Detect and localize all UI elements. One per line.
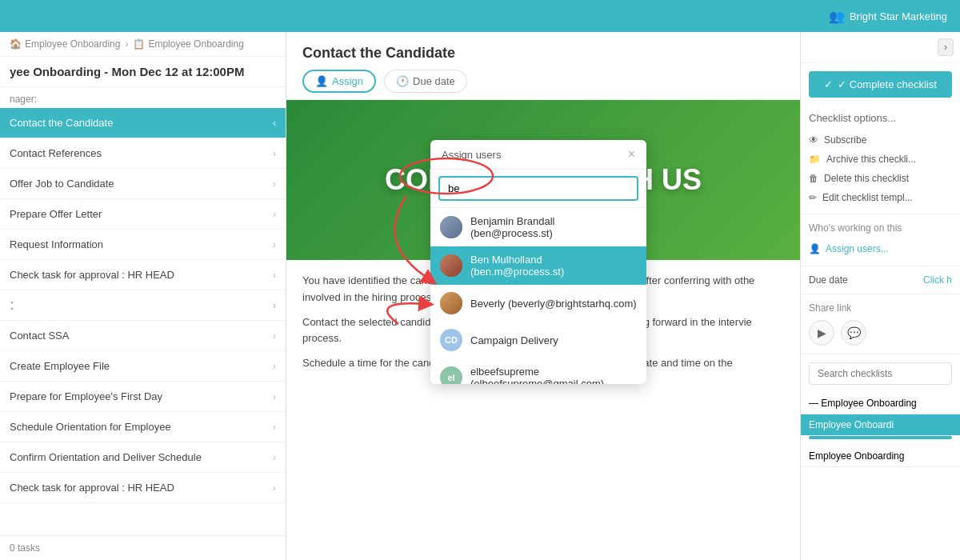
chevron-icon: ‹ xyxy=(273,118,276,129)
person-icon-small: 👤 xyxy=(809,243,821,254)
assign-button[interactable]: 👤 Assign xyxy=(302,70,376,93)
chat-share-button[interactable]: 💬 xyxy=(841,320,866,346)
checklist-item-check-approval-2[interactable]: Check task for approval : HR HEAD › xyxy=(0,473,286,503)
due-date-section: Due date Click h xyxy=(801,266,960,294)
sidebar-title: yee Onboarding - Mon Dec 12 at 12:00PM xyxy=(0,57,286,87)
option-subscribe[interactable]: 👁 Subscribe xyxy=(809,130,952,150)
pencil-icon: ✏ xyxy=(809,192,817,203)
user-name-benjamin: Benjamin Brandall (ben@process.st) xyxy=(470,215,637,239)
top-navigation: 👥 Bright Star Marketing xyxy=(0,0,960,32)
checklist-nav-label-1: — xyxy=(809,398,821,409)
chevron-icon: › xyxy=(273,361,276,372)
chevron-icon: › xyxy=(273,270,276,281)
click-here-link[interactable]: Click h xyxy=(923,274,952,286)
complete-label: ✓ Complete checklist xyxy=(838,78,937,90)
working-section-title: Who's working on this xyxy=(809,222,952,234)
checklist-item-check-approval-1[interactable]: Check task for approval : HR HEAD › xyxy=(0,260,286,290)
checklist-nav-item-3[interactable]: Employee Onboarding xyxy=(801,446,960,467)
assign-users-panel-button[interactable]: 👤 Assign users... xyxy=(809,240,952,258)
assign-user-ben-mulholland[interactable]: Ben Mulholland (ben.m@process.st) xyxy=(430,246,646,285)
trash-icon: 🗑 xyxy=(809,173,818,184)
checklist-item-separator: : › xyxy=(0,290,286,321)
share-link-section: Share link ▶ 💬 xyxy=(801,294,960,354)
breadcrumb-item-2: 📋 Employee Onboarding xyxy=(133,38,243,50)
checklist-item-offer-job[interactable]: Offer Job to Candidate › xyxy=(0,169,286,199)
share-icons-row: ▶ 💬 xyxy=(809,320,952,346)
assign-user-elbeefsupreme[interactable]: el elbeefsupreme (elbeefsupreme@gmail.co… xyxy=(430,358,646,384)
chevron-icon: › xyxy=(273,330,276,342)
user-avatar-beverly xyxy=(440,292,462,314)
breadcrumb: 🏠 Employee Onboarding › 📋 Employee Onboa… xyxy=(0,32,286,57)
checklist-item-first-day[interactable]: Prepare for Employee's First Day › xyxy=(0,382,286,412)
assign-user-campaign-delivery[interactable]: CD Campaign Delivery xyxy=(430,322,646,358)
option-archive[interactable]: 📁 Archive this checkli... xyxy=(809,150,952,169)
assign-user-beverly[interactable]: Beverly (beverly@brightstarhq.com) xyxy=(430,285,646,322)
home-icon: 🏠 xyxy=(10,38,22,50)
clock-icon: 🕐 xyxy=(396,75,409,87)
chevron-icon: › xyxy=(273,148,276,159)
search-checklists-input[interactable] xyxy=(809,362,952,385)
option-delete[interactable]: 🗑 Delete this checklist xyxy=(809,169,952,188)
brand-label: 👥 Bright Star Marketing xyxy=(829,9,947,24)
option-edit-template[interactable]: ✏ Edit checklist templ... xyxy=(809,188,952,207)
checklist-nav-item-2[interactable]: Employee Onboardi xyxy=(801,414,960,436)
checklist-item-request-info[interactable]: Request Information › xyxy=(0,230,286,260)
working-section: Who's working on this 👤 Assign users... xyxy=(801,214,960,266)
right-panel: › ✓ ✓ Complete checklist Checklist optio… xyxy=(800,32,960,560)
checklist-item-schedule-orientation[interactable]: Schedule Orientation for Employee › xyxy=(0,412,286,442)
assign-popup-close-button[interactable]: × xyxy=(628,148,635,161)
due-date-row: Due date Click h xyxy=(809,274,952,286)
user-name-elbeefsupreme: elbeefsupreme (elbeefsupreme@gmail.com) xyxy=(470,366,637,384)
breadcrumb-text-1: Employee Onboarding xyxy=(25,38,120,50)
assign-label: Assign xyxy=(332,75,363,87)
checklist-options-title: Checklist options... xyxy=(809,112,952,124)
chevron-icon: › xyxy=(273,300,276,311)
checklist-nav-text-1: Employee Onboarding xyxy=(821,398,916,409)
option-subscribe-label: Subscribe xyxy=(824,134,866,146)
check-icon: ✓ xyxy=(824,78,833,90)
chevron-icon: › xyxy=(273,482,276,494)
checklist-item-contact-candidate[interactable]: Contact the Candidate ‹ xyxy=(0,108,286,138)
due-date-panel-label: Due date xyxy=(809,274,848,286)
sidebar: 🏠 Employee Onboarding › 📋 Employee Onboa… xyxy=(0,32,286,560)
complete-checklist-button[interactable]: ✓ ✓ Complete checklist xyxy=(809,71,952,98)
panel-toggle-button[interactable]: › xyxy=(938,38,954,56)
checklist-item-contact-references[interactable]: Contact References › xyxy=(0,138,286,169)
checklist-item-employee-file[interactable]: Create Employee File › xyxy=(0,351,286,382)
eye-icon: 👁 xyxy=(809,134,818,146)
user-avatar-elbeefsupreme: el xyxy=(440,366,462,384)
option-archive-label: Archive this checkli... xyxy=(826,154,916,165)
share-link-title: Share link xyxy=(809,302,952,314)
checklist-nav-text-3: Employee Onboarding xyxy=(809,450,904,462)
play-share-button[interactable]: ▶ xyxy=(809,320,834,346)
assign-search-area xyxy=(430,170,646,208)
chevron-icon: › xyxy=(273,391,276,402)
users-icon: 👥 xyxy=(829,9,845,24)
breadcrumb-text-2: Employee Onboarding xyxy=(148,38,243,50)
task-title: Contact the Candidate xyxy=(302,45,784,62)
task-actions: 👤 Assign 🕐 Due date xyxy=(302,70,784,93)
breadcrumb-item-1: 🏠 Employee Onboarding xyxy=(10,38,120,50)
assign-search-input[interactable] xyxy=(438,176,638,201)
assign-user-list: Benjamin Brandall (ben@process.st) Ben M… xyxy=(430,208,646,384)
assign-user-benjamin[interactable]: Benjamin Brandall (ben@process.st) xyxy=(430,208,646,246)
user-name-beverly: Beverly (beverly@brightstarhq.com) xyxy=(470,298,637,310)
user-avatar-benjamin xyxy=(440,216,462,238)
task-body: COME GROW WITH US You have identified th… xyxy=(286,100,800,560)
chevron-icon: › xyxy=(273,178,276,190)
chevron-icon: › xyxy=(273,422,276,433)
checklist-item-confirm-orientation[interactable]: Confirm Orientation and Deliver Schedule… xyxy=(0,442,286,473)
checklist-progress-bar xyxy=(809,436,952,439)
checklist-icon: 📋 xyxy=(133,38,145,50)
option-edit-label: Edit checklist templ... xyxy=(822,192,913,203)
assign-users-popup: Assign users × Benjamin Brandall (ben@pr… xyxy=(430,140,646,384)
checklist-item-offer-letter[interactable]: Prepare Offer Letter › xyxy=(0,199,286,230)
user-name-campaign-delivery: Campaign Delivery xyxy=(470,334,558,346)
assign-popup-title: Assign users xyxy=(442,149,501,161)
user-name-ben-mulholland: Ben Mulholland (ben.m@process.st) xyxy=(470,254,637,278)
checklist-item-contact-ssa[interactable]: Contact SSA › xyxy=(0,321,286,351)
checklist-nav-item-1[interactable]: — Employee Onboarding xyxy=(801,393,960,414)
checklist-options-section: Checklist options... 👁 Subscribe 📁 Archi… xyxy=(801,106,960,214)
panel-toggle-area: › xyxy=(801,32,960,63)
due-date-button[interactable]: 🕐 Due date xyxy=(384,70,467,93)
